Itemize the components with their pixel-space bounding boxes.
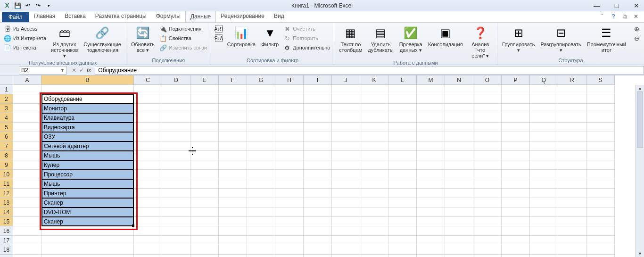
cell[interactable] [473, 207, 502, 217]
column-header[interactable]: J [332, 75, 360, 85]
cell[interactable] [586, 236, 615, 245]
row-header[interactable]: 2 [0, 94, 13, 104]
cell[interactable] [502, 226, 530, 236]
ribbon-tab-рецензирование[interactable]: Рецензирование [216, 11, 269, 22]
scroll-down-icon[interactable]: ▼ [636, 250, 644, 257]
cell[interactable] [473, 123, 502, 132]
cell[interactable] [13, 170, 41, 179]
cell[interactable] [304, 113, 332, 123]
cell[interactable] [162, 141, 190, 151]
accept-icon[interactable]: ✓ [79, 67, 84, 74]
cell[interactable] [219, 85, 247, 94]
cell[interactable] [304, 104, 332, 113]
excel-icon[interactable]: X [3, 1, 11, 10]
cell[interactable] [332, 94, 360, 104]
cell[interactable] [558, 226, 586, 236]
row-header[interactable]: 6 [0, 132, 13, 141]
cell[interactable] [219, 217, 247, 226]
cell[interactable] [530, 113, 558, 123]
edit-links-button[interactable]: 🔗Изменить связи [158, 43, 208, 52]
row-header[interactable]: 18 [0, 245, 13, 255]
cell[interactable] [388, 113, 417, 123]
cell[interactable] [190, 123, 219, 132]
cell[interactable] [558, 132, 586, 141]
cell[interactable] [190, 113, 219, 123]
cell[interactable] [586, 151, 615, 160]
cell[interactable] [275, 160, 304, 170]
cell[interactable] [162, 94, 190, 104]
cell[interactable] [558, 217, 586, 226]
cell[interactable] [275, 151, 304, 160]
cell[interactable] [162, 123, 190, 132]
cell[interactable] [332, 113, 360, 123]
column-header[interactable]: A [13, 75, 41, 85]
cell[interactable] [388, 160, 417, 170]
cell[interactable] [162, 104, 190, 113]
ribbon-tab-вставка[interactable]: Вставка [60, 11, 91, 22]
cell[interactable] [417, 160, 445, 170]
cell[interactable] [586, 141, 615, 151]
reapply-button[interactable]: ↻Повторить [282, 34, 331, 42]
cell[interactable] [275, 104, 304, 113]
cell[interactable] [219, 151, 247, 160]
cell[interactable] [247, 189, 275, 198]
cell[interactable]: Процессор [41, 170, 134, 179]
cell[interactable] [417, 141, 445, 151]
column-header[interactable]: Q [530, 75, 558, 85]
cell[interactable] [388, 236, 417, 245]
cell[interactable] [586, 94, 615, 104]
cell[interactable] [473, 217, 502, 226]
cell[interactable] [360, 123, 388, 132]
cell[interactable] [247, 236, 275, 245]
cell[interactable] [445, 151, 473, 160]
row-header[interactable]: 16 [0, 226, 13, 236]
cell[interactable] [445, 189, 473, 198]
cell[interactable] [445, 245, 473, 255]
cell[interactable] [586, 113, 615, 123]
cell[interactable] [360, 245, 388, 255]
cell[interactable] [162, 85, 190, 94]
from-text-button[interactable]: 📄Из текста [3, 43, 47, 52]
cell[interactable] [190, 104, 219, 113]
cell[interactable] [530, 160, 558, 170]
cell[interactable] [445, 123, 473, 132]
cell[interactable] [13, 226, 41, 236]
cell[interactable] [586, 170, 615, 179]
cell[interactable] [502, 255, 530, 257]
cell[interactable] [134, 113, 162, 123]
minimize-ribbon-icon[interactable]: ˇ [598, 12, 606, 21]
cell[interactable] [473, 113, 502, 123]
consolidate-button[interactable]: ▣Консолидация [426, 25, 465, 48]
ribbon-tab-формулы[interactable]: Формулы [151, 11, 185, 22]
connections-button[interactable]: 🔌Подключения [158, 25, 208, 33]
cell[interactable] [275, 141, 304, 151]
cell[interactable]: Клавиатура [41, 113, 134, 123]
cell[interactable] [304, 245, 332, 255]
cell[interactable] [586, 245, 615, 255]
ribbon-tab-данные[interactable]: Данные [185, 11, 216, 22]
cell[interactable] [530, 170, 558, 179]
cell[interactable] [190, 132, 219, 141]
cell[interactable] [332, 179, 360, 189]
cell[interactable] [247, 217, 275, 226]
cell[interactable] [417, 198, 445, 207]
cell[interactable] [304, 160, 332, 170]
column-header[interactable]: P [502, 75, 530, 85]
cell[interactable] [219, 132, 247, 141]
cell[interactable] [219, 94, 247, 104]
cell[interactable] [275, 255, 304, 257]
cell[interactable] [247, 245, 275, 255]
cell[interactable] [134, 94, 162, 104]
cell[interactable] [445, 104, 473, 113]
cell[interactable] [502, 245, 530, 255]
cell[interactable] [388, 123, 417, 132]
column-header[interactable]: M [417, 75, 445, 85]
cell[interactable] [558, 94, 586, 104]
cell[interactable] [332, 132, 360, 141]
cell[interactable] [417, 217, 445, 226]
subtotal-button[interactable]: ☰Промежуточный итог [585, 25, 628, 54]
row-header[interactable]: 19 [0, 255, 13, 257]
cell[interactable] [247, 104, 275, 113]
cell[interactable] [13, 123, 41, 132]
cell[interactable] [304, 151, 332, 160]
